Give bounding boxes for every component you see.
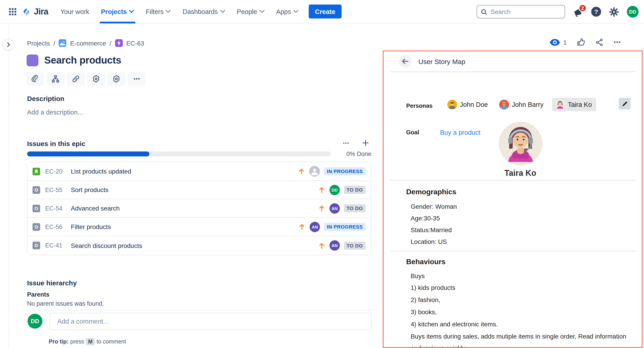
nav-item-label: People xyxy=(237,8,257,15)
status-badge[interactable]: IN PROGRESS xyxy=(324,223,366,231)
chevron-right-icon xyxy=(6,42,10,47)
goal-link[interactable]: Buy a product xyxy=(440,129,480,136)
persona-taira-ko[interactable]: Taira Ko xyxy=(552,98,596,111)
hexagon-badge-button-2[interactable] xyxy=(108,72,126,86)
nav-item-your-work[interactable]: Your work xyxy=(54,0,95,23)
nav-item-filters[interactable]: Filters xyxy=(140,0,177,23)
paperclip-icon xyxy=(31,75,39,83)
epic-issues-controls xyxy=(339,138,372,148)
persona-john-doe[interactable]: John Doe xyxy=(444,98,490,111)
issue-summary[interactable]: Search discount products xyxy=(71,242,313,249)
page-title-row: Search products xyxy=(27,54,121,66)
link-issue-button[interactable] xyxy=(67,72,85,86)
nav-item-projects[interactable]: Projects xyxy=(95,0,140,23)
notification-count-badge: 2 xyxy=(578,4,587,12)
assignee-avatar[interactable]: DD xyxy=(330,184,340,195)
issue-row-ec-54[interactable]: EC-54 Advanced search AN TO DO xyxy=(28,199,371,218)
pencil-icon xyxy=(622,101,628,107)
issue-summary[interactable]: List products updated xyxy=(71,168,293,175)
jira-logo[interactable]: Jira xyxy=(22,6,48,16)
add-issue-button[interactable] xyxy=(359,138,372,148)
persona-avatar-john-doe xyxy=(447,100,457,110)
chevron-down-icon xyxy=(293,10,298,13)
expand-sidebar-button[interactable] xyxy=(3,39,14,50)
persona-john-barry[interactable]: John Barry xyxy=(496,98,546,111)
description-placeholder[interactable]: Add a description... xyxy=(27,109,83,116)
hexagon-badge-button-1[interactable] xyxy=(87,72,105,86)
issue-more-button[interactable] xyxy=(613,38,621,46)
task-type-icon xyxy=(32,223,40,231)
description-heading: Description xyxy=(27,95,64,102)
issue-key[interactable]: EC-41 xyxy=(45,242,65,249)
demographic-line: Location: US xyxy=(411,238,447,245)
attach-button[interactable] xyxy=(26,72,44,86)
epic-progress-label: 0% Done xyxy=(331,151,372,157)
watch-eye-icon xyxy=(550,38,560,46)
nav-item-apps[interactable]: Apps xyxy=(270,0,304,23)
issue-key[interactable]: EC-56 xyxy=(45,223,65,230)
panel-divider xyxy=(390,71,636,72)
issue-summary[interactable]: Sort products xyxy=(71,186,313,193)
search-input[interactable] xyxy=(490,8,554,15)
behaviour-line: Buys xyxy=(411,272,425,280)
priority-high-icon xyxy=(298,168,305,175)
app-root: Jira Your work Projects Filters Dashboar… xyxy=(0,0,644,348)
assignee-avatar[interactable]: AN xyxy=(330,203,340,213)
status-badge[interactable]: TO DO xyxy=(344,186,366,194)
issue-row-ec-20[interactable]: EC-20 List products updated IN PROGRESS xyxy=(28,162,371,181)
epic-issue-list: EC-20 List products updated IN PROGRESS … xyxy=(27,162,372,255)
status-badge[interactable]: TO DO xyxy=(344,241,366,249)
more-actions-button[interactable] xyxy=(128,72,146,86)
breadcrumb-project[interactable]: E-commerce xyxy=(70,39,106,47)
epic-issues-more-button[interactable] xyxy=(339,138,352,148)
issue-row-ec-56[interactable]: EC-56 Filter products AN IN PROGRESS xyxy=(28,218,371,236)
create-button[interactable]: Create xyxy=(309,4,342,18)
issue-summary[interactable]: Filter products xyxy=(71,223,294,230)
status-badge[interactable]: IN PROGRESS xyxy=(324,167,366,175)
user-avatar[interactable]: DD xyxy=(627,6,638,17)
panel-divider xyxy=(390,180,636,181)
assignee-avatar[interactable]: AN xyxy=(310,222,320,232)
add-child-issue-button[interactable] xyxy=(46,72,64,86)
breadcrumb-issue-key[interactable]: EC-63 xyxy=(126,39,144,47)
page-title[interactable]: Search products xyxy=(44,54,121,66)
comment-user-avatar: DD xyxy=(28,314,42,329)
panel-divider xyxy=(390,251,636,252)
issue-summary[interactable]: Advanced search xyxy=(71,205,313,212)
nav-item-dashboards[interactable]: Dashboards xyxy=(177,0,231,23)
breadcrumb-projects[interactable]: Projects xyxy=(27,39,50,47)
help-button[interactable]: ? xyxy=(591,7,601,17)
issue-key[interactable]: EC-55 xyxy=(45,186,65,193)
issue-row-ec-55[interactable]: EC-55 Sort products DD TO DO xyxy=(28,181,371,199)
epic-progress-bar xyxy=(27,152,331,157)
nav-right-cluster: 2 ? DD xyxy=(476,0,638,23)
global-search[interactable] xyxy=(476,5,565,18)
share-button[interactable] xyxy=(595,38,604,46)
panel-back-button[interactable] xyxy=(399,55,412,68)
protip-prefix: Pro tip: xyxy=(49,339,68,345)
unassigned-avatar-icon[interactable] xyxy=(309,166,320,177)
epic-type-icon xyxy=(115,39,122,47)
section-divider xyxy=(27,310,372,311)
nav-item-people[interactable]: People xyxy=(231,0,270,23)
comment-input[interactable] xyxy=(57,318,364,325)
issue-key[interactable]: EC-54 xyxy=(45,205,65,212)
watchers-count: 1 xyxy=(563,38,567,46)
search-icon xyxy=(481,8,488,15)
issue-key[interactable]: EC-20 xyxy=(45,168,65,175)
assignee-avatar[interactable]: AN xyxy=(330,240,340,251)
epic-progress-fill xyxy=(27,152,149,157)
like-button[interactable] xyxy=(577,38,585,46)
comment-box[interactable] xyxy=(50,313,372,330)
chevron-down-icon xyxy=(260,10,264,13)
issue-row-ec-41[interactable]: EC-41 Search discount products AN TO DO xyxy=(28,236,371,255)
app-switcher-icon[interactable] xyxy=(6,4,20,19)
edit-personas-button[interactable] xyxy=(619,98,630,110)
nav-item-label: Dashboards xyxy=(182,8,218,15)
epic-color-swatch[interactable] xyxy=(27,54,38,66)
plus-icon xyxy=(362,139,369,147)
notifications-button[interactable]: 2 xyxy=(573,6,584,17)
watch-button[interactable]: 1 xyxy=(550,38,567,46)
settings-button[interactable] xyxy=(609,6,619,17)
status-badge[interactable]: TO DO xyxy=(344,204,366,212)
